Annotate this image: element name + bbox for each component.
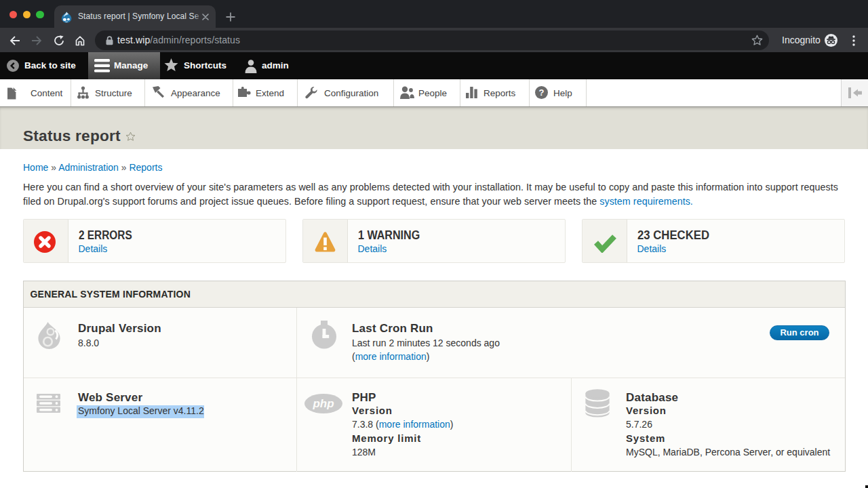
svg-text:php: php <box>312 397 334 410</box>
svg-text:?: ? <box>539 87 545 98</box>
